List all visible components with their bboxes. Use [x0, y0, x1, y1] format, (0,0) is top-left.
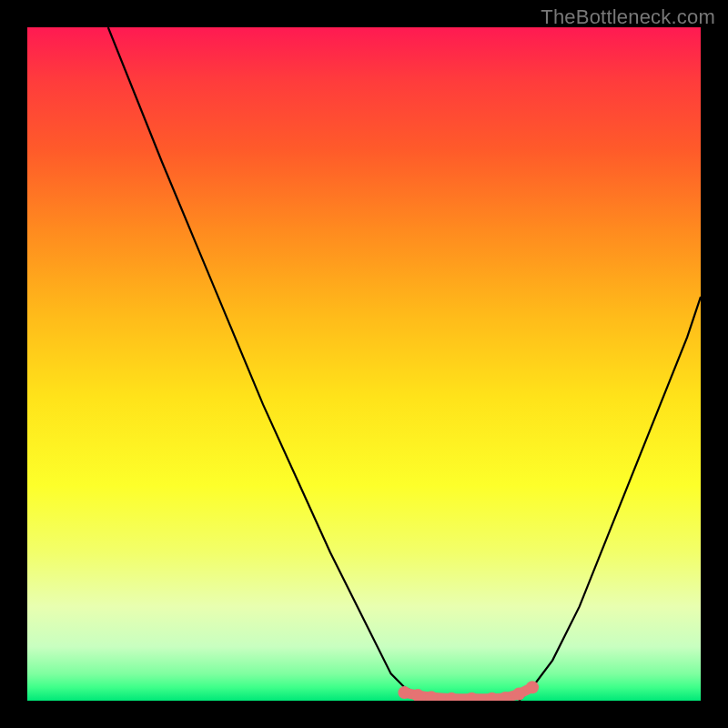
chart-svg [27, 27, 701, 701]
plot-area [27, 27, 701, 701]
bottom-dot [398, 686, 410, 699]
bottom-dot [526, 681, 539, 693]
bottom-dot [465, 693, 478, 701]
bottom-dots [398, 681, 539, 701]
left-curve [108, 27, 431, 701]
right-curve [519, 297, 701, 701]
bottom-dot [512, 688, 525, 701]
watermark-text: TheBottleneck.com [541, 5, 715, 29]
